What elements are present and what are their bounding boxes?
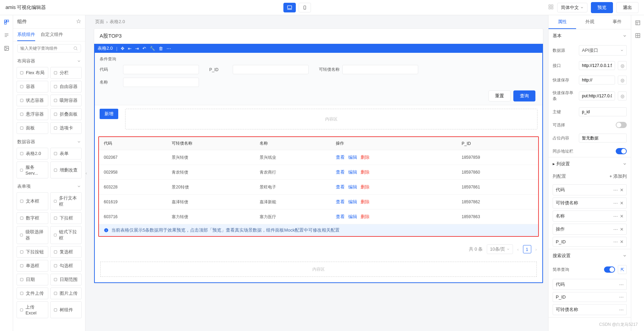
more-icon[interactable]: ⋯ [619,282,624,287]
search-field-item[interactable]: 代码⋯ [553,279,627,290]
simple-search-toggle[interactable] [604,266,615,273]
row-edit[interactable]: 编辑 [348,199,357,204]
component-item[interactable]: 日期 [17,274,48,285]
component-item[interactable]: 自由容器 [50,81,82,93]
remove-icon[interactable]: ✕ [620,187,624,193]
tab-custom-components[interactable]: 自定义组件 [41,29,63,41]
reset-button[interactable]: 重置 [489,90,511,101]
component-item[interactable]: 级联选择器 [17,226,48,244]
more-icon[interactable]: ⋯ [167,46,171,51]
row-edit[interactable]: 编辑 [348,155,357,160]
query-name-input[interactable] [123,78,199,87]
row-delete[interactable]: 删除 [361,199,370,204]
component-item[interactable]: 日期范围 [50,274,82,285]
language-select[interactable]: 简体中文 [557,3,587,12]
more-icon[interactable]: ⋯ [613,187,618,193]
more-icon[interactable]: ⋯ [613,227,618,232]
column-config-item[interactable]: 代码⋯✕ [553,184,627,195]
arrow-right-end-icon[interactable]: ⇥ [135,46,139,51]
remove-icon[interactable]: ✕ [620,201,624,206]
pager-prev[interactable]: ‹ [517,247,519,252]
component-search[interactable] [17,44,81,52]
component-item[interactable]: 链式下拉框 [50,226,82,244]
remove-icon[interactable]: ✕ [620,239,624,244]
table-rail-icon[interactable] [635,33,641,39]
component-item[interactable]: 勾选框 [50,260,82,272]
layout-rail-icon[interactable] [635,20,641,27]
quicksave-item-input[interactable] [579,91,615,100]
row-edit[interactable]: 编辑 [348,214,357,219]
row-view[interactable]: 查看 [336,184,345,189]
more-icon[interactable]: ⋯ [613,214,618,219]
row-delete[interactable]: 删除 [361,169,370,175]
collapse-left-handle[interactable]: ‹ [85,171,89,176]
desktop-device-button[interactable] [283,3,296,12]
component-search-input[interactable] [20,46,73,51]
pager-page-1[interactable]: 1 [523,245,531,253]
placeholder-input[interactable] [579,134,627,143]
section-columns[interactable]: ▸ 列设置 [549,157,631,171]
more-icon[interactable]: ⋯ [619,294,624,300]
row-view[interactable]: 查看 [336,199,345,204]
section-search[interactable]: 搜索设置 [549,249,631,262]
category-data[interactable]: 数据容器 [13,136,85,148]
tab-appearance[interactable]: 外观 [576,15,604,29]
component-item[interactable]: 多行文本框 [50,192,82,210]
column-config-item[interactable]: 操作⋯✕ [553,224,627,235]
component-item[interactable]: 状态容器 [17,95,48,106]
wrench-icon[interactable]: 🔧 [150,46,155,51]
pk-input[interactable] [579,107,627,116]
query-bond-input[interactable] [342,65,418,74]
component-item[interactable]: 选项卡 [50,122,82,134]
pager-next[interactable]: › [535,247,537,252]
more-icon[interactable]: ⋯ [613,239,618,244]
remove-icon[interactable]: ✕ [620,214,624,219]
component-item[interactable]: 面板 [17,122,48,134]
row-delete[interactable]: 删除 [361,155,370,160]
component-item[interactable]: 文件上传 [17,288,48,299]
category-layout[interactable]: 布局容器 [13,55,85,67]
query-pid-input[interactable] [233,65,309,74]
component-item[interactable]: 表格2.0 [17,148,48,159]
row-view[interactable]: 查看 [336,169,345,175]
pin-icon[interactable] [76,19,81,25]
exit-button[interactable]: 退出 [616,2,638,13]
api-input[interactable] [579,61,615,70]
component-item[interactable]: 上传 Excel [17,301,48,318]
column-config-item[interactable]: P_ID⋯✕ [553,237,627,247]
add-button[interactable]: 新增 [100,109,118,119]
component-item[interactable]: Flex 布局 [17,67,48,79]
remove-icon[interactable]: ✕ [620,227,624,232]
quicksave-item-config-icon[interactable]: ◎ [618,91,627,100]
tab-attributes[interactable]: 属性 [549,15,576,29]
arrow-left-end-icon[interactable]: ⇤ [128,46,132,51]
tab-events[interactable]: 事件 [603,15,631,29]
column-config-item[interactable]: 名称⋯✕ [553,211,627,222]
component-item[interactable]: 下拉按钮 [17,246,48,258]
component-item[interactable]: 树组件 [50,301,82,318]
component-item[interactable]: 折叠面板 [50,108,82,120]
row-edit[interactable]: 编辑 [348,169,357,175]
search-button[interactable]: 查询 [513,90,535,101]
move-icon[interactable]: ✥ [121,46,124,51]
components-rail-icon[interactable] [3,19,10,26]
row-delete[interactable]: 删除 [361,184,370,189]
row-edit[interactable]: 编辑 [348,184,357,189]
preview-button[interactable]: 预览 [591,2,613,13]
delete-icon[interactable]: 🗑 [159,46,163,51]
component-item[interactable]: 下拉框 [50,212,82,224]
component-item[interactable]: 吸附容器 [50,95,82,106]
component-item[interactable]: 图片上传 [50,288,82,299]
image-rail-icon[interactable] [3,45,10,52]
component-item[interactable]: 数字框 [17,212,48,224]
component-item[interactable]: 服务Serv... [17,162,48,178]
component-item[interactable]: 分栏 [50,67,82,79]
breadcrumb-root[interactable]: 页面 [95,19,104,25]
search-field-item[interactable]: P_ID⋯ [553,292,627,302]
search-export-icon[interactable]: ⇱ [618,265,627,274]
undo-icon[interactable]: ↶ [142,46,146,51]
component-item[interactable]: 悬浮容器 [17,108,48,120]
category-form[interactable]: 表单项 [13,181,85,192]
drop-zone-footer[interactable]: 内容区 [100,262,537,277]
more-icon[interactable]: ⋯ [619,307,624,312]
